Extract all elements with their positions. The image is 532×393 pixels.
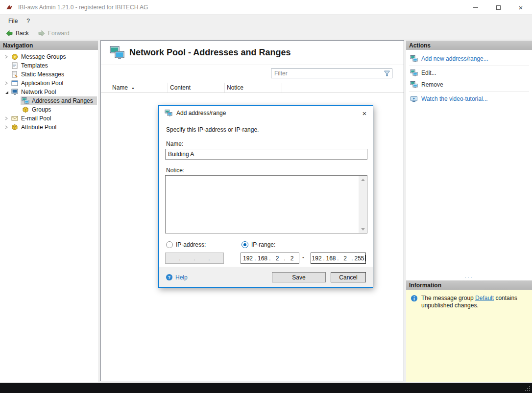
scroll-down-icon[interactable]: [359, 225, 367, 233]
network-pool-page-icon: [109, 45, 125, 61]
name-label: Name:: [166, 140, 365, 147]
ip-range-to-input[interactable]: 192.168.2.255: [311, 253, 366, 264]
toolbar: Back Forward: [0, 27, 532, 40]
dialog-icon: [165, 109, 172, 117]
menu-bar: File ?: [0, 15, 532, 27]
dialog-close-button[interactable]: ×: [356, 106, 373, 120]
tree-item-application-pool[interactable]: Application Pool: [0, 79, 98, 88]
panel-splitter[interactable]: ···: [406, 274, 532, 280]
notice-label: Notice:: [166, 167, 365, 174]
expander-collapsed-icon[interactable]: [3, 116, 10, 120]
name-input[interactable]: [165, 149, 367, 160]
tree-item-attribute-pool[interactable]: Attribute Pool: [0, 123, 98, 132]
help-icon: ?: [166, 274, 173, 281]
save-button[interactable]: Save: [272, 272, 326, 282]
menu-file[interactable]: File: [4, 15, 22, 27]
dialog-titlebar: Add address/range ×: [159, 106, 373, 120]
page-title: Network Pool - Addresses and Ranges: [129, 47, 290, 58]
back-button[interactable]: Back: [1, 27, 33, 40]
actions-separator: [409, 66, 529, 66]
video-tutorial-icon: [410, 95, 418, 103]
window-titlebar: IBI-aws Admin 1.21.0 - registered for IB…: [0, 0, 532, 15]
information-panel: The message group Default contains unpub…: [406, 290, 532, 382]
radio-unchecked-icon[interactable]: [166, 241, 173, 248]
maximize-icon: [496, 5, 501, 10]
close-icon: ×: [519, 4, 523, 11]
column-header-name[interactable]: Name ▲: [101, 83, 168, 92]
column-header-notice[interactable]: Notice: [225, 83, 282, 92]
expander-collapsed-icon[interactable]: [3, 81, 10, 85]
dialog-footer: ? Help Save Cancel: [159, 267, 373, 287]
window-title: IBI-aws Admin 1.21.0 - registered for IB…: [18, 4, 148, 11]
status-bar: [0, 383, 532, 393]
text-caret: [365, 255, 365, 261]
close-button[interactable]: ×: [509, 0, 532, 15]
forward-button[interactable]: Forward: [33, 27, 74, 40]
templates-icon: [11, 62, 19, 69]
ip-range-radio[interactable]: IP-range:: [242, 241, 275, 248]
action-remove[interactable]: Remove: [406, 79, 532, 91]
add-address-icon: [410, 55, 418, 63]
table-header-row: Name ▲ Content Notice: [101, 83, 404, 93]
action-add-new-address-range[interactable]: Add new address/range...: [406, 53, 532, 65]
addresses-and-ranges-icon: [22, 97, 29, 105]
remove-address-icon: [410, 81, 418, 89]
action-edit[interactable]: Edit...: [406, 67, 532, 79]
tree-item-addresses-and-ranges[interactable]: Addresses and Ranges: [0, 96, 98, 105]
filter-box: [271, 69, 392, 78]
help-link[interactable]: ? Help: [166, 274, 188, 281]
attribute-pool-icon: [11, 123, 19, 131]
minimize-icon: [473, 7, 478, 8]
dialog-title: Add address/range: [176, 110, 226, 116]
scroll-up-icon[interactable]: [359, 176, 367, 184]
back-icon: [5, 29, 13, 37]
forward-icon: [38, 29, 46, 37]
navigation-tree: Message Groups Templates Static Messages: [0, 50, 98, 132]
ip-address-radio[interactable]: IP-address:: [166, 241, 206, 248]
tree-item-static-messages[interactable]: Static Messages: [0, 70, 98, 79]
actions-separator: [409, 92, 529, 92]
navigation-header: Navigation: [0, 41, 98, 50]
column-header-filler: [282, 83, 404, 92]
actions-header: Actions: [406, 41, 532, 50]
tree-item-templates[interactable]: Templates: [0, 61, 98, 70]
maximize-button[interactable]: [487, 0, 509, 15]
main-title-row: Network Pool - Addresses and Ranges: [101, 41, 404, 65]
expander-expanded-icon[interactable]: [3, 90, 10, 94]
expander-collapsed-icon[interactable]: [3, 125, 10, 129]
tree-item-groups[interactable]: Groups: [0, 105, 98, 114]
tree-item-network-pool[interactable]: Network Pool: [0, 88, 98, 96]
email-pool-icon: [11, 115, 19, 122]
edit-address-icon: [410, 69, 418, 77]
default-message-group-link[interactable]: Default: [475, 295, 494, 301]
notice-textarea[interactable]: [165, 175, 367, 233]
tree-item-message-groups[interactable]: Message Groups: [0, 52, 98, 61]
splitter-dots-icon: ···: [465, 275, 474, 280]
actions-list: Add new address/range... Edit... Remove …: [406, 50, 532, 105]
information-header: Information: [406, 280, 532, 290]
groups-icon: [22, 106, 29, 114]
filter-input[interactable]: [271, 69, 382, 78]
app-icon: [5, 3, 13, 11]
filter-funnel-icon[interactable]: [382, 70, 392, 77]
static-messages-icon: [11, 70, 19, 78]
network-pool-icon: [11, 88, 19, 96]
svg-text:?: ?: [168, 275, 170, 280]
action-watch-video-tutorial[interactable]: Watch the video-tutorial...: [406, 93, 532, 105]
column-header-content[interactable]: Content: [168, 83, 225, 92]
expander-collapsed-icon[interactable]: [3, 55, 10, 59]
radio-checked-icon[interactable]: [242, 241, 248, 248]
cancel-button[interactable]: Cancel: [331, 272, 366, 282]
tree-item-email-pool[interactable]: E-mail Pool: [0, 114, 98, 123]
sort-ascending-icon: ▲: [131, 86, 135, 90]
menu-help[interactable]: ?: [22, 15, 34, 27]
minimize-button[interactable]: [464, 0, 487, 15]
ip-address-input[interactable]: ...: [165, 253, 224, 264]
info-icon: [411, 295, 418, 377]
resize-grip[interactable]: [525, 386, 531, 392]
information-text: The message group Default contains unpub…: [421, 295, 528, 377]
add-address-range-dialog: Add address/range × Specify this IP-addr…: [158, 105, 373, 288]
ip-range-from-input[interactable]: 192.168.2.2: [241, 253, 299, 264]
notice-scrollbar[interactable]: [359, 176, 367, 233]
navigation-panel: Navigation Message Groups Templates: [0, 41, 98, 382]
